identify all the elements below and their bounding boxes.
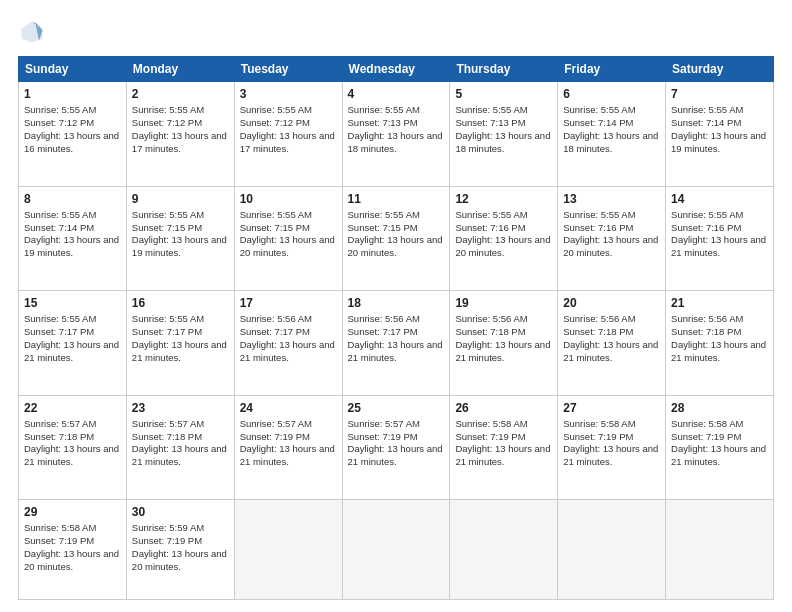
day-cell: 1Sunrise: 5:55 AMSunset: 7:12 PMDaylight… bbox=[19, 82, 127, 187]
day-cell: 27Sunrise: 5:58 AMSunset: 7:19 PMDayligh… bbox=[558, 395, 666, 500]
day-info: Sunrise: 5:55 AMSunset: 7:16 PMDaylight:… bbox=[671, 209, 768, 260]
day-cell: 16Sunrise: 5:55 AMSunset: 7:17 PMDayligh… bbox=[126, 291, 234, 396]
week-row-3: 15Sunrise: 5:55 AMSunset: 7:17 PMDayligh… bbox=[19, 291, 774, 396]
day-info: Sunrise: 5:55 AMSunset: 7:14 PMDaylight:… bbox=[24, 209, 121, 260]
day-number: 18 bbox=[348, 295, 445, 311]
day-info: Sunrise: 5:57 AMSunset: 7:19 PMDaylight:… bbox=[348, 418, 445, 469]
day-cell bbox=[558, 500, 666, 600]
week-row-4: 22Sunrise: 5:57 AMSunset: 7:18 PMDayligh… bbox=[19, 395, 774, 500]
day-cell: 13Sunrise: 5:55 AMSunset: 7:16 PMDayligh… bbox=[558, 186, 666, 291]
page: SundayMondayTuesdayWednesdayThursdayFrid… bbox=[0, 0, 792, 612]
day-number: 27 bbox=[563, 400, 660, 416]
day-cell: 4Sunrise: 5:55 AMSunset: 7:13 PMDaylight… bbox=[342, 82, 450, 187]
day-info: Sunrise: 5:55 AMSunset: 7:12 PMDaylight:… bbox=[24, 104, 121, 155]
day-cell: 12Sunrise: 5:55 AMSunset: 7:16 PMDayligh… bbox=[450, 186, 558, 291]
day-info: Sunrise: 5:55 AMSunset: 7:17 PMDaylight:… bbox=[132, 313, 229, 364]
day-cell: 22Sunrise: 5:57 AMSunset: 7:18 PMDayligh… bbox=[19, 395, 127, 500]
day-number: 14 bbox=[671, 191, 768, 207]
day-info: Sunrise: 5:56 AMSunset: 7:17 PMDaylight:… bbox=[240, 313, 337, 364]
day-info: Sunrise: 5:56 AMSunset: 7:18 PMDaylight:… bbox=[563, 313, 660, 364]
day-info: Sunrise: 5:55 AMSunset: 7:12 PMDaylight:… bbox=[240, 104, 337, 155]
day-info: Sunrise: 5:55 AMSunset: 7:15 PMDaylight:… bbox=[132, 209, 229, 260]
day-info: Sunrise: 5:55 AMSunset: 7:16 PMDaylight:… bbox=[563, 209, 660, 260]
day-info: Sunrise: 5:55 AMSunset: 7:17 PMDaylight:… bbox=[24, 313, 121, 364]
week-row-2: 8Sunrise: 5:55 AMSunset: 7:14 PMDaylight… bbox=[19, 186, 774, 291]
day-cell: 8Sunrise: 5:55 AMSunset: 7:14 PMDaylight… bbox=[19, 186, 127, 291]
day-cell: 21Sunrise: 5:56 AMSunset: 7:18 PMDayligh… bbox=[666, 291, 774, 396]
day-cell: 29Sunrise: 5:58 AMSunset: 7:19 PMDayligh… bbox=[19, 500, 127, 600]
day-info: Sunrise: 5:56 AMSunset: 7:17 PMDaylight:… bbox=[348, 313, 445, 364]
day-number: 8 bbox=[24, 191, 121, 207]
day-number: 21 bbox=[671, 295, 768, 311]
day-number: 13 bbox=[563, 191, 660, 207]
calendar-table: SundayMondayTuesdayWednesdayThursdayFrid… bbox=[18, 56, 774, 600]
day-cell: 25Sunrise: 5:57 AMSunset: 7:19 PMDayligh… bbox=[342, 395, 450, 500]
day-info: Sunrise: 5:58 AMSunset: 7:19 PMDaylight:… bbox=[455, 418, 552, 469]
day-info: Sunrise: 5:57 AMSunset: 7:18 PMDaylight:… bbox=[132, 418, 229, 469]
day-number: 22 bbox=[24, 400, 121, 416]
day-cell: 3Sunrise: 5:55 AMSunset: 7:12 PMDaylight… bbox=[234, 82, 342, 187]
col-header-sunday: Sunday bbox=[19, 57, 127, 82]
day-cell bbox=[666, 500, 774, 600]
col-header-friday: Friday bbox=[558, 57, 666, 82]
day-number: 28 bbox=[671, 400, 768, 416]
day-cell: 5Sunrise: 5:55 AMSunset: 7:13 PMDaylight… bbox=[450, 82, 558, 187]
day-info: Sunrise: 5:58 AMSunset: 7:19 PMDaylight:… bbox=[563, 418, 660, 469]
header-row: SundayMondayTuesdayWednesdayThursdayFrid… bbox=[19, 57, 774, 82]
day-cell: 30Sunrise: 5:59 AMSunset: 7:19 PMDayligh… bbox=[126, 500, 234, 600]
day-cell: 28Sunrise: 5:58 AMSunset: 7:19 PMDayligh… bbox=[666, 395, 774, 500]
day-cell: 20Sunrise: 5:56 AMSunset: 7:18 PMDayligh… bbox=[558, 291, 666, 396]
day-number: 26 bbox=[455, 400, 552, 416]
day-cell: 14Sunrise: 5:55 AMSunset: 7:16 PMDayligh… bbox=[666, 186, 774, 291]
day-info: Sunrise: 5:55 AMSunset: 7:15 PMDaylight:… bbox=[240, 209, 337, 260]
day-cell bbox=[234, 500, 342, 600]
col-header-wednesday: Wednesday bbox=[342, 57, 450, 82]
day-info: Sunrise: 5:55 AMSunset: 7:12 PMDaylight:… bbox=[132, 104, 229, 155]
day-number: 23 bbox=[132, 400, 229, 416]
day-info: Sunrise: 5:56 AMSunset: 7:18 PMDaylight:… bbox=[455, 313, 552, 364]
day-number: 10 bbox=[240, 191, 337, 207]
day-number: 16 bbox=[132, 295, 229, 311]
logo bbox=[18, 18, 50, 46]
day-number: 17 bbox=[240, 295, 337, 311]
col-header-tuesday: Tuesday bbox=[234, 57, 342, 82]
day-number: 12 bbox=[455, 191, 552, 207]
day-cell: 6Sunrise: 5:55 AMSunset: 7:14 PMDaylight… bbox=[558, 82, 666, 187]
day-info: Sunrise: 5:58 AMSunset: 7:19 PMDaylight:… bbox=[671, 418, 768, 469]
day-cell: 15Sunrise: 5:55 AMSunset: 7:17 PMDayligh… bbox=[19, 291, 127, 396]
day-number: 4 bbox=[348, 86, 445, 102]
col-header-saturday: Saturday bbox=[666, 57, 774, 82]
week-row-5: 29Sunrise: 5:58 AMSunset: 7:19 PMDayligh… bbox=[19, 500, 774, 600]
day-cell: 7Sunrise: 5:55 AMSunset: 7:14 PMDaylight… bbox=[666, 82, 774, 187]
day-number: 3 bbox=[240, 86, 337, 102]
day-number: 2 bbox=[132, 86, 229, 102]
day-number: 19 bbox=[455, 295, 552, 311]
day-info: Sunrise: 5:55 AMSunset: 7:13 PMDaylight:… bbox=[455, 104, 552, 155]
header bbox=[18, 18, 774, 46]
day-cell: 2Sunrise: 5:55 AMSunset: 7:12 PMDaylight… bbox=[126, 82, 234, 187]
day-info: Sunrise: 5:55 AMSunset: 7:14 PMDaylight:… bbox=[563, 104, 660, 155]
day-cell: 18Sunrise: 5:56 AMSunset: 7:17 PMDayligh… bbox=[342, 291, 450, 396]
day-number: 20 bbox=[563, 295, 660, 311]
day-cell: 23Sunrise: 5:57 AMSunset: 7:18 PMDayligh… bbox=[126, 395, 234, 500]
day-cell: 24Sunrise: 5:57 AMSunset: 7:19 PMDayligh… bbox=[234, 395, 342, 500]
day-info: Sunrise: 5:59 AMSunset: 7:19 PMDaylight:… bbox=[132, 522, 229, 573]
day-cell: 17Sunrise: 5:56 AMSunset: 7:17 PMDayligh… bbox=[234, 291, 342, 396]
day-info: Sunrise: 5:55 AMSunset: 7:15 PMDaylight:… bbox=[348, 209, 445, 260]
day-info: Sunrise: 5:55 AMSunset: 7:13 PMDaylight:… bbox=[348, 104, 445, 155]
day-number: 29 bbox=[24, 504, 121, 520]
logo-icon bbox=[18, 18, 46, 46]
day-number: 9 bbox=[132, 191, 229, 207]
day-cell: 11Sunrise: 5:55 AMSunset: 7:15 PMDayligh… bbox=[342, 186, 450, 291]
day-number: 15 bbox=[24, 295, 121, 311]
day-info: Sunrise: 5:56 AMSunset: 7:18 PMDaylight:… bbox=[671, 313, 768, 364]
day-info: Sunrise: 5:58 AMSunset: 7:19 PMDaylight:… bbox=[24, 522, 121, 573]
day-number: 30 bbox=[132, 504, 229, 520]
day-cell: 26Sunrise: 5:58 AMSunset: 7:19 PMDayligh… bbox=[450, 395, 558, 500]
week-row-1: 1Sunrise: 5:55 AMSunset: 7:12 PMDaylight… bbox=[19, 82, 774, 187]
day-number: 7 bbox=[671, 86, 768, 102]
day-info: Sunrise: 5:55 AMSunset: 7:14 PMDaylight:… bbox=[671, 104, 768, 155]
col-header-monday: Monday bbox=[126, 57, 234, 82]
day-number: 25 bbox=[348, 400, 445, 416]
day-number: 24 bbox=[240, 400, 337, 416]
